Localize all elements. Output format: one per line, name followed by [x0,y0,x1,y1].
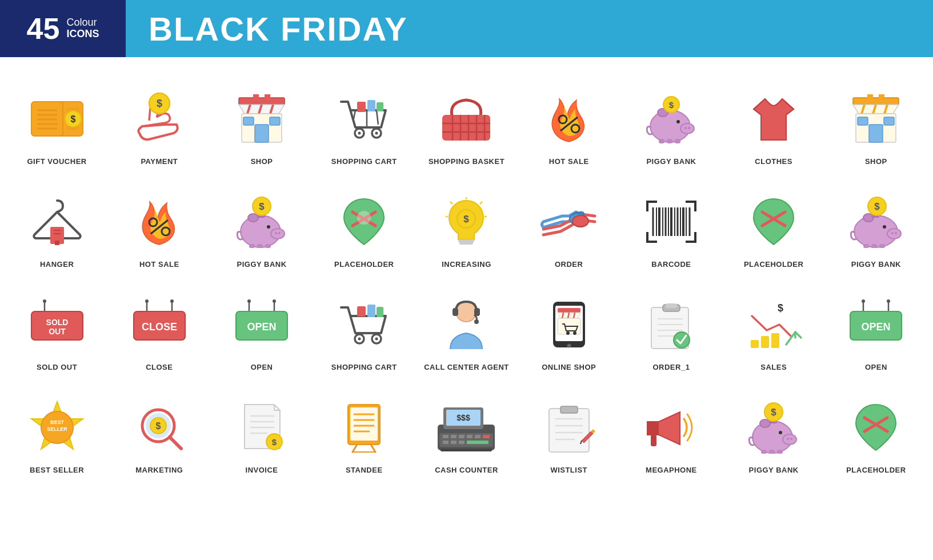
svg-rect-177 [751,340,759,348]
svg-text:$: $ [875,201,880,212]
header-left: 45 Colour ICONS [0,0,126,57]
svg-point-117 [895,232,897,234]
icon-cell-shop2: SHOP [825,69,927,171]
svg-line-209 [371,445,375,452]
shopping-basket-icon [435,87,498,150]
order1-icon [640,293,703,356]
svg-point-152 [375,338,378,341]
svg-rect-52 [675,139,680,143]
shop2-label: SHOP [865,157,887,167]
svg-rect-62 [858,117,868,125]
sales-label: SALES [760,363,787,373]
svg-rect-203 [350,407,378,441]
icon-cell-sold-out: SOLD OUT SOLD OUT [6,274,108,377]
hot-sale2-icon [128,190,191,253]
increasing-icon: $ [435,190,498,253]
placeholder3-icon [844,396,907,459]
svg-point-98 [572,215,588,227]
icon-cell-invoice: $ INVOICE [210,377,313,480]
open2-label: OPEN [865,363,887,373]
svg-text:$: $ [464,214,470,225]
svg-rect-147 [367,305,375,317]
svg-point-135 [170,299,174,303]
svg-point-183 [887,299,890,303]
icon-cell-hanger: HANGER [6,171,108,274]
close-label: CLOSE [146,363,173,373]
svg-line-92 [480,202,482,204]
svg-rect-221 [443,441,449,444]
icon-cell-best-seller: BEST SELLER BEST SELLER [6,377,108,480]
icon-cell-shopping-cart1: SHOPPING CART [313,69,415,171]
header: 45 Colour ICONS BLACK FRIDAY [0,0,933,57]
svg-rect-28 [377,102,383,111]
svg-rect-56 [853,98,899,105]
svg-point-74 [271,229,285,239]
svg-rect-217 [459,435,465,438]
open1-icon: OPEN [230,293,293,356]
svg-point-240 [760,419,770,427]
svg-rect-51 [667,139,672,143]
order1-label: ORDER_1 [652,363,690,373]
svg-rect-80 [257,244,263,248]
svg-text:OUT: OUT [49,327,66,336]
icon-cell-standee: STANDEE [313,377,415,480]
shopping-cart2-icon [333,293,395,356]
piggy-bank3-label: PIGGY BANK [851,260,901,270]
icon-cell-barcode: BARCODE [620,171,722,274]
svg-rect-121 [871,244,877,248]
svg-text:OPEN: OPEN [862,321,891,333]
svg-rect-89 [459,242,473,245]
svg-text:$$$: $$$ [457,413,471,422]
svg-rect-215 [443,435,449,438]
svg-rect-81 [265,244,271,248]
svg-line-91 [450,202,453,204]
piggy-bank3-icon: $ [844,190,907,253]
hanger-label: HANGER [40,260,74,270]
placeholder2-label: PLACEHOLDER [744,260,803,270]
svg-rect-146 [357,306,366,317]
icon-cell-close: CLOSE CLOSE [108,274,210,377]
svg-point-237 [783,434,796,445]
standee-label: STANDEE [346,466,383,475]
icon-cell-piggy-bank1: $ PIGGY BANK [620,69,722,171]
cash-counter-label: CASH COUNTER [435,466,498,475]
svg-point-77 [248,214,258,222]
svg-point-115 [887,229,901,239]
svg-rect-69 [55,241,59,245]
shopping-cart1-icon [333,87,395,150]
shopping-cart2-label: SHOPPING CART [331,363,397,373]
svg-point-140 [247,299,251,303]
sold-out-label: SOLD OUT [37,363,77,373]
icons-label: ICONS [66,29,99,40]
marketing-label: MARKETING [135,466,183,475]
svg-point-238 [787,438,789,440]
invoice-icon: $ [230,396,293,459]
svg-text:$: $ [70,114,75,124]
icons-grid: $ GIFT VOUCHER $ PAYMENT [0,57,933,491]
page-title: BLACK FRIDAY [149,10,408,48]
svg-rect-242 [761,450,767,454]
cash-counter-icon: $$$ [435,396,498,459]
svg-rect-234 [647,422,659,435]
svg-point-31 [358,132,361,135]
svg-text:CLOSE: CLOSE [142,321,177,333]
icon-cell-open2: OPEN OPEN [825,274,927,377]
order-icon [538,190,600,253]
shop2-icon [844,87,907,150]
invoice-label: INVOICE [246,466,278,475]
icon-cell-payment: $ PAYMENT [108,69,210,171]
svg-rect-79 [249,244,255,248]
call-center-label: CALL CENTER AGENT [424,363,509,373]
barcode-label: BARCODE [651,260,691,270]
svg-text:$: $ [669,100,674,110]
icon-cell-shopping-basket: SHOPPING BASKET [415,69,518,171]
hanger-icon [26,190,89,253]
svg-rect-222 [451,441,457,444]
svg-point-159 [567,344,571,348]
standee-icon [333,396,395,459]
placeholder1-icon [333,190,395,253]
svg-text:$: $ [259,201,265,212]
svg-point-78 [267,225,270,229]
svg-point-87 [357,211,371,225]
sales-icon: $ [742,293,805,356]
